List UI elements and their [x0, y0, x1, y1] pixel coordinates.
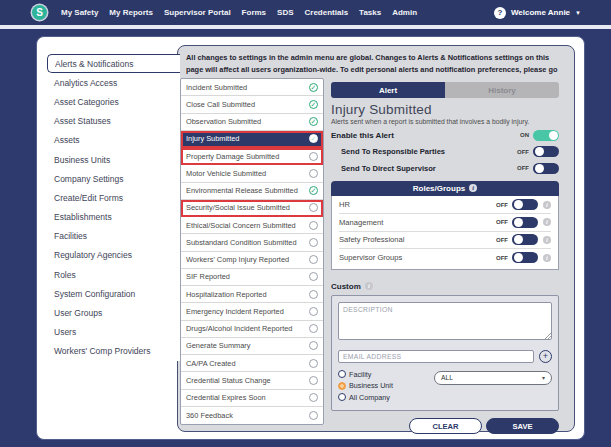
alert-title: Injury Submitted: [331, 102, 559, 117]
alert-type-row[interactable]: Security/Social Issue Submitted: [181, 200, 323, 217]
alert-type-row[interactable]: Motor Vehicle Submitted: [181, 165, 323, 182]
sidebar-item[interactable]: Establishments: [47, 208, 180, 227]
nav-item[interactable]: Admin: [392, 8, 417, 17]
tab-alert[interactable]: Alert: [331, 82, 445, 98]
toggle-switch[interactable]: [533, 130, 559, 141]
info-icon[interactable]: [469, 184, 477, 192]
email-input[interactable]: [338, 350, 534, 363]
alert-type-row[interactable]: CA/PA Created: [181, 355, 323, 372]
alert-type-row[interactable]: Emergency Incident Reported: [181, 303, 323, 320]
alert-type-row[interactable]: Injury Submitted: [181, 131, 323, 148]
alert-type-row[interactable]: SIF Reported: [181, 269, 323, 286]
nav-item[interactable]: My Reports: [109, 8, 153, 17]
sidebar-item[interactable]: Asset Categories: [47, 92, 180, 111]
sidebar-item[interactable]: Facilities: [47, 227, 180, 246]
sidebar-item[interactable]: User Groups: [47, 303, 180, 322]
sidebar-item[interactable]: Users: [47, 323, 180, 342]
radio-label: Facility: [349, 370, 371, 379]
chevron-down-icon[interactable]: ▼: [575, 10, 581, 16]
alert-type-row[interactable]: 360 Feedback: [181, 407, 323, 424]
info-icon[interactable]: [543, 218, 551, 226]
nav-item[interactable]: SDS: [277, 8, 293, 17]
alert-type-row[interactable]: Drugs/Alcohol Incident Reported: [181, 321, 323, 338]
toggle-switch[interactable]: [533, 163, 559, 174]
radio-option[interactable]: All Company: [338, 393, 434, 402]
chevron-down-icon: [542, 374, 545, 381]
toggle-state-label: ON: [520, 132, 529, 138]
toggle-state-label: OFF: [517, 165, 529, 171]
toggle-switch[interactable]: [533, 146, 559, 157]
sidebar-item[interactable]: Asset Statuses: [47, 112, 180, 131]
scope-row: Facility Business Unit All Company: [338, 370, 552, 405]
alert-type-row[interactable]: Environmental Release Submitted: [181, 183, 323, 200]
alert-type-row[interactable]: Workers' Comp Injury Reported: [181, 252, 323, 269]
radio-button-icon[interactable]: [338, 382, 346, 390]
alert-type-row[interactable]: Credential Expires Soon: [181, 390, 323, 407]
role-group-row: Management OFF: [339, 214, 551, 232]
help-icon[interactable]: ?: [494, 7, 506, 19]
info-icon[interactable]: [543, 201, 551, 209]
toggle-state-label: OFF: [496, 255, 508, 261]
nav-item[interactable]: Supervisor Portal: [164, 8, 231, 17]
save-button[interactable]: SAVE: [486, 418, 559, 434]
alert-type-label: Motor Vehicle Submitted: [186, 169, 266, 178]
toggle-switch[interactable]: [512, 234, 538, 245]
top-nav: S My SafetyMy ReportsSupervisor PortalFo…: [0, 0, 611, 25]
sidebar-item[interactable]: Analytics Access: [47, 73, 180, 92]
sidebar-item[interactable]: Workers' Comp Providers: [47, 342, 180, 361]
sidebar-item[interactable]: Assets: [47, 131, 180, 150]
alert-type-label: Observation Submitted: [186, 117, 261, 126]
radio-button-icon[interactable]: [338, 370, 346, 378]
alert-type-row[interactable]: Hospitalization Reported: [181, 286, 323, 303]
nav-item[interactable]: Tasks: [359, 8, 381, 17]
sidebar-item[interactable]: Company Settings: [47, 169, 180, 188]
sidebar-item[interactable]: Business Units: [47, 150, 180, 169]
nav-item[interactable]: Credentials: [305, 8, 349, 17]
scope-dropdown[interactable]: ALL: [434, 371, 552, 385]
toggle-switch[interactable]: [512, 217, 538, 228]
tab-history[interactable]: History: [445, 82, 559, 98]
sidebar-item[interactable]: Alerts & Notifications: [47, 54, 180, 73]
sidebar-item[interactable]: Roles: [47, 265, 180, 284]
info-icon[interactable]: [543, 254, 551, 262]
sidebar-item-label: User Groups: [54, 308, 102, 318]
alert-type-row[interactable]: Credential Status Change: [181, 372, 323, 389]
alert-type-row[interactable]: Close Call Submitted: [181, 96, 323, 113]
clear-button[interactable]: CLEAR: [409, 418, 482, 434]
check-circle-icon: [309, 100, 318, 109]
description-input[interactable]: [338, 302, 552, 340]
toggle-switch[interactable]: [512, 252, 538, 263]
alert-type-row[interactable]: Property Damage Submitted: [181, 148, 323, 165]
sidebar-item-label: Company Settings: [54, 174, 123, 184]
info-icon[interactable]: [543, 236, 551, 244]
sidebar-item[interactable]: Regulatory Agencies: [47, 246, 180, 265]
check-circle-icon: [309, 203, 318, 212]
alert-type-row[interactable]: Observation Submitted: [181, 114, 323, 131]
radio-button-icon[interactable]: [338, 393, 346, 401]
nav-user-area[interactable]: ? Welcome Annie ▼: [494, 7, 581, 19]
alert-type-label: Environmental Release Submitted: [186, 186, 298, 195]
alert-type-label: Credential Expires Soon: [186, 393, 266, 402]
radio-option[interactable]: Business Unit: [338, 381, 434, 390]
sidebar-item-label: Create/Edit Forms: [54, 193, 123, 203]
alert-type-label: Ethical/Social Concern Submitted: [186, 221, 296, 230]
radio-option[interactable]: Facility: [338, 370, 434, 379]
nav-item[interactable]: Forms: [242, 8, 266, 17]
role-group-label: Management: [339, 218, 496, 227]
toggle-knob: [514, 235, 523, 244]
alert-type-row[interactable]: Ethical/Social Concern Submitted: [181, 217, 323, 234]
role-group-row: Supervisor Groups OFF: [339, 249, 551, 267]
alert-type-row[interactable]: Generate Summary: [181, 338, 323, 355]
role-group-row: HR OFF: [339, 197, 551, 215]
nav-item[interactable]: My Safety: [61, 8, 98, 17]
alert-type-row[interactable]: Incident Submitted: [181, 79, 323, 96]
info-icon[interactable]: [365, 282, 373, 290]
add-email-button[interactable]: [539, 350, 552, 363]
toggle-label: Send To Direct Supervisor: [331, 164, 517, 173]
toggle-switch[interactable]: [512, 199, 538, 210]
alert-type-row[interactable]: Substandard Condition Submitted: [181, 234, 323, 251]
sidebar-item[interactable]: Create/Edit Forms: [47, 188, 180, 207]
detail-tabs: Alert History: [331, 82, 559, 98]
alert-type-list: Incident Submitted Close Call Submitted …: [180, 78, 324, 425]
sidebar-item[interactable]: System Configuration: [47, 284, 180, 303]
